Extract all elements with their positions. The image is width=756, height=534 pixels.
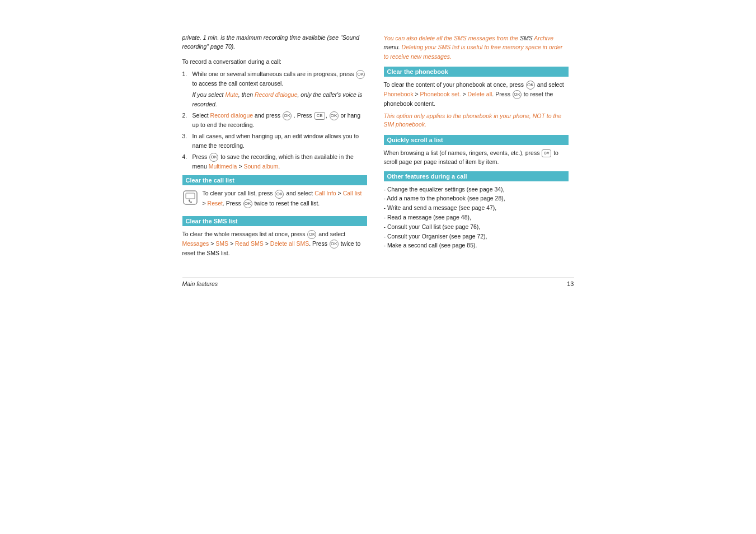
reset-link: Reset xyxy=(208,200,223,207)
phone-icon: 📞 xyxy=(182,190,198,205)
content-area: private. 1 min. is the maximum recording… xyxy=(182,17,574,261)
call-list-link: Call list xyxy=(343,190,362,196)
footer-page-num: 13 xyxy=(567,280,574,287)
feature-4: Read a message (see page 48), xyxy=(384,213,569,222)
messages-link: Messages xyxy=(182,240,209,247)
record-intro: To record a conversation during a call: xyxy=(182,57,367,66)
quickly-scroll-header: Quickly scroll a list xyxy=(384,135,569,145)
steps-list: 1. While one or several simultaneous cal… xyxy=(182,69,367,171)
feature-7: Make a second call (see page 85). xyxy=(384,241,569,250)
step-1-num: 1. xyxy=(182,69,190,88)
feature-2: Add a name to the phonebook (see page 28… xyxy=(384,194,569,203)
footer-label: Main features xyxy=(182,280,218,287)
svg-rect-1 xyxy=(186,193,195,199)
italic-block-top-normal: SMS xyxy=(520,35,534,41)
ok-btn-1: OK xyxy=(356,70,365,79)
feature-5: Consult your Call list (see page 76), xyxy=(384,222,569,232)
record-dialogue-link: Record dialogue xyxy=(210,112,253,119)
ok-btn-7: OK xyxy=(307,230,316,239)
right-column: You can also delete all the SMS messages… xyxy=(384,34,569,261)
italic-block-rest: Deleting your SMS list is useful to free… xyxy=(384,44,563,59)
quickly-scroll-text: When browsing a list (of names, ringers,… xyxy=(384,148,569,167)
step-3-num: 3. xyxy=(182,132,190,150)
left-column: private. 1 min. is the maximum recording… xyxy=(182,34,367,261)
step-1: 1. While one or several simultaneous cal… xyxy=(182,69,367,88)
step-3-text: In all cases, and when hanging up, an ed… xyxy=(192,132,367,150)
clear-sms-list-text: To clear the whole messages list at once… xyxy=(182,229,367,258)
ok-btn-8: OK xyxy=(330,240,339,249)
clear-phonebook-text: To clear the content of your phonebook a… xyxy=(384,80,569,109)
other-features-header: Other features during a call xyxy=(384,171,569,181)
hash-btn: 0# xyxy=(542,149,551,157)
step-italic: If you select Mute, then Record dialogue… xyxy=(182,90,367,109)
ok-btn-2: OK xyxy=(283,111,292,120)
page-container: private. 1 min. is the maximum recording… xyxy=(0,0,756,534)
italic-block-mid: This option only applies to the phoneboo… xyxy=(384,112,569,130)
other-features-list: Change the equalizer settings (see page … xyxy=(384,185,569,251)
sms-link: SMS xyxy=(215,240,228,247)
step-2-text: Select Record dialogue and press OK . Pr… xyxy=(192,111,367,129)
ok-btn-3: OK xyxy=(330,111,339,120)
feature-6: Consult your Organiser (see page 72), xyxy=(384,232,569,241)
delete-all-sms-link: Delete all SMS xyxy=(270,240,309,247)
multimedia-link: Multimedia xyxy=(209,163,237,170)
page-footer: Main features 13 xyxy=(182,278,574,287)
phonebook-link: Phonebook xyxy=(384,91,414,97)
italic-block-menu: menu. xyxy=(384,44,402,50)
ok-btn-10: OK xyxy=(513,90,522,99)
ok-btn-5: OK xyxy=(275,190,284,199)
clear-phonebook-header: Clear the phonebook xyxy=(384,67,569,77)
step-4-num: 4. xyxy=(182,152,190,171)
ok-btn-9: OK xyxy=(526,81,535,90)
ok-btn-4: OK xyxy=(209,153,218,162)
ok-btn-6: OK xyxy=(243,199,252,208)
svg-text:📞: 📞 xyxy=(189,199,192,203)
feature-3: Write and send a message (see page 47), xyxy=(384,203,569,213)
step-4: 4. Press OK to save the recording, which… xyxy=(182,152,367,171)
call-info-link: Call Info xyxy=(314,190,336,196)
read-sms-link: Read SMS xyxy=(235,240,264,247)
feature-1: Change the equalizer settings (see page … xyxy=(384,185,569,194)
step-2-num: 2. xyxy=(182,111,190,129)
phonebook-set-link: Phonebook set. xyxy=(420,91,461,97)
step-italic-num xyxy=(182,90,190,109)
step-2: 2. Select Record dialogue and press OK .… xyxy=(182,111,367,129)
sound-album-link: Sound album xyxy=(243,163,278,170)
clear-call-list-header: Clear the call list xyxy=(182,175,367,185)
clear-call-list-box: 📞 To clear your call list, press OK and … xyxy=(182,189,367,211)
cb-btn: CB xyxy=(314,112,325,120)
italic-block-top: You can also delete all the SMS messages… xyxy=(384,34,569,61)
delete-all-link: Delete all xyxy=(468,91,492,97)
italic-note-top: private. 1 min. is the maximum recording… xyxy=(182,34,367,51)
clear-call-list-text: To clear your call list, press OK and se… xyxy=(203,189,367,208)
clear-sms-list-header: Clear the SMS list xyxy=(182,216,367,226)
step-4-text: Press OK to save the recording, which is… xyxy=(192,152,367,171)
step-italic-text: If you select Mute, then Record dialogue… xyxy=(192,90,367,109)
step-1-text: While one or several simultaneous calls … xyxy=(192,69,367,88)
italic-block-archive: Archive xyxy=(534,35,553,41)
step-3: 3. In all cases, and when hanging up, an… xyxy=(182,132,367,150)
italic-block-top-text1: You can also delete all the SMS messages… xyxy=(384,35,520,41)
